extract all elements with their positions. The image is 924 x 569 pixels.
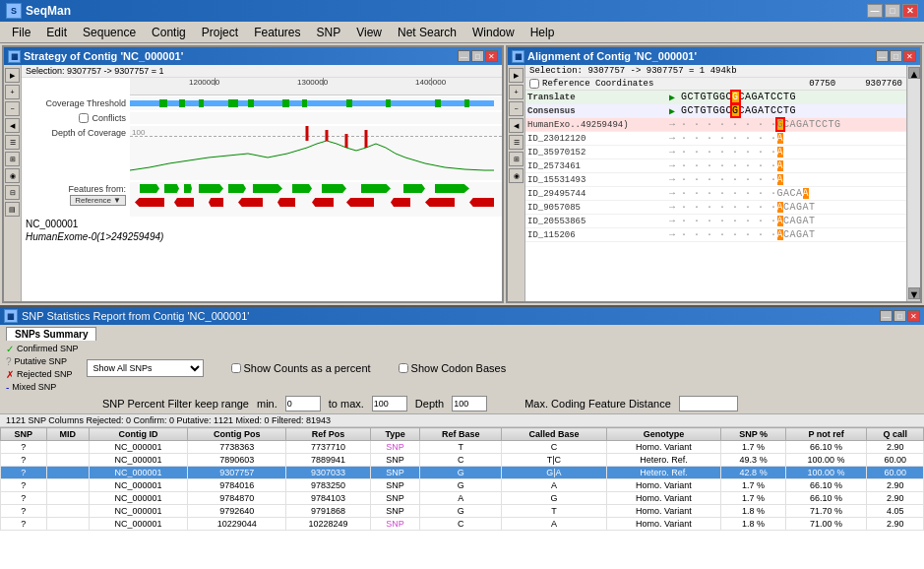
menu-help[interactable]: Help	[523, 24, 563, 41]
id2-base: A	[777, 147, 784, 158]
legend-mixed-label: Mixed SNP	[12, 381, 56, 394]
toolbar-btn-1[interactable]: ▶	[5, 68, 20, 83]
table-row[interactable]: ?NC_00000197848709784103SNPAGHomo. Varia…	[1, 492, 924, 505]
show-counts-label: Show Counts as a percent	[244, 362, 371, 374]
show-counts-row: Show Counts as a percent	[231, 362, 371, 374]
menu-file[interactable]: File	[4, 24, 38, 41]
snp-maximize[interactable]: □	[893, 310, 906, 322]
menu-sequence[interactable]: Sequence	[75, 24, 144, 41]
toolbar-btn-6[interactable]: ⊞	[5, 152, 20, 166]
cell-contig-id: NC_000001	[89, 505, 188, 518]
align-tb-4[interactable]: ◀	[509, 118, 524, 133]
feat-arrow-3	[184, 184, 192, 193]
snp-filter-dropdown[interactable]: Show All SNPs Show Confirmed SNPs Show P…	[87, 359, 204, 377]
scroll-down-btn[interactable]: ▼	[908, 287, 920, 299]
table-row[interactable]: ?NC_0000011022904410228249SNPCAHomo. Var…	[1, 518, 924, 531]
consensus-highlighted: G	[732, 105, 739, 116]
snp-close[interactable]: ✕	[907, 310, 920, 322]
cell-snp: ?	[1, 479, 47, 492]
close-button[interactable]: ✕	[902, 4, 918, 18]
id4-name: ID_15531493	[525, 175, 663, 185]
show-codon-checkbox[interactable]	[399, 363, 408, 373]
col-contig-id: Contig ID	[89, 428, 188, 441]
menu-project[interactable]: Project	[194, 24, 246, 41]
ref-coords-row: Reference Coordinates 07750 9307760	[525, 78, 906, 91]
col-genotype: Genotype	[606, 428, 721, 441]
table-row[interactable]: ?NC_00000193077579307033SNPGG|AHetero. R…	[1, 467, 924, 479]
toolbar-btn-7[interactable]: ◉	[5, 168, 20, 183]
show-codon-label: Show Codon Bases	[411, 362, 507, 374]
menu-net-search[interactable]: Net Search	[390, 24, 464, 41]
feat-arrow-5	[228, 184, 246, 193]
cell-q-call: 60.00	[867, 467, 924, 479]
cell-contig-pos: 9784870	[188, 492, 286, 505]
alignment-maximize[interactable]: □	[890, 50, 902, 62]
feat-arrow-rev-5	[277, 198, 295, 207]
scroll-up-btn[interactable]: ▲	[908, 67, 920, 79]
consensus-name: Consensus	[525, 106, 663, 116]
col-mid: MID	[46, 428, 89, 441]
cell-contig-id: NC_000001	[89, 467, 188, 479]
alignment-minimize[interactable]: —	[876, 50, 889, 62]
cov-green-5	[248, 99, 254, 107]
minimize-button[interactable]: —	[867, 4, 883, 18]
max-input[interactable]	[372, 396, 407, 411]
toolbar-btn-2[interactable]: +	[5, 85, 20, 99]
max-coding-input[interactable]	[679, 396, 738, 411]
snp-summary-row: 1121 SNP Columns Rejected: 0 Confirm: 0 …	[0, 414, 924, 427]
toolbar-btn-3[interactable]: −	[5, 101, 20, 116]
depth-input[interactable]	[452, 396, 487, 411]
toolbar-btn-8[interactable]: ⊟	[5, 185, 20, 200]
align-tb-1[interactable]: ▶	[509, 68, 524, 83]
maximize-button[interactable]: □	[885, 4, 900, 18]
min-input[interactable]	[285, 396, 321, 411]
conflicts-checkbox[interactable]	[79, 113, 89, 123]
table-row[interactable]: ?NC_00000197840169783250SNPGAHomo. Varia…	[1, 479, 924, 492]
cell-snp: ?	[1, 492, 47, 505]
align-tb-7[interactable]: ◉	[509, 168, 524, 183]
cell-called-base: A	[502, 479, 606, 492]
strategy-main-view: Selection: 9307757 -> 9307757 = 1 120000…	[22, 65, 502, 301]
cell-ref-pos: 7889941	[286, 454, 371, 467]
menu-edit[interactable]: Edit	[38, 24, 75, 41]
align-tb-3[interactable]: −	[509, 101, 524, 116]
tick-1	[215, 78, 216, 86]
cell-mid	[46, 518, 89, 531]
table-row[interactable]: ?NC_00000197926409791868SNPGTHomo. Varia…	[1, 505, 924, 518]
cell-mid	[46, 441, 89, 454]
legend-rejected-icon: ✗	[6, 368, 14, 381]
id5-seq: · · · · · · · ·GACAA	[681, 188, 906, 199]
toolbar-btn-9[interactable]: ▤	[5, 202, 20, 217]
features-reference-btn[interactable]: Reference ▼	[70, 195, 126, 206]
menu-view[interactable]: View	[348, 24, 390, 41]
toolbar-btn-4[interactable]: ◀	[5, 118, 20, 133]
strategy-close[interactable]: ✕	[485, 50, 498, 62]
toolbar-btn-5[interactable]: ☰	[5, 135, 20, 150]
menu-contig[interactable]: Contig	[144, 24, 194, 41]
alignment-scrollbar[interactable]: ▲ ▼	[906, 65, 920, 301]
show-counts-checkbox[interactable]	[231, 363, 241, 373]
cell-type: SNP	[371, 454, 420, 467]
snp-minimize[interactable]: —	[880, 310, 893, 322]
menu-window[interactable]: Window	[464, 24, 523, 41]
table-row[interactable]: ?NC_00000178906037889941SNPCT|CHetero. R…	[1, 454, 924, 467]
cell-genotype: Homo. Variant	[606, 441, 721, 454]
align-tb-5[interactable]: ☰	[509, 135, 524, 150]
align-tb-2[interactable]: +	[509, 85, 524, 99]
alignment-close[interactable]: ✕	[903, 50, 916, 62]
strategy-minimize[interactable]: —	[458, 50, 470, 62]
menu-features[interactable]: Features	[246, 24, 308, 41]
strategy-maximize[interactable]: □	[471, 50, 484, 62]
snp-tab-summary[interactable]: SNPs Summary	[6, 327, 96, 341]
align-row-consensus: Consensus ▶ GCTGTGGCGCAGATCCTG	[525, 104, 906, 118]
feat-arrow-rev-4	[238, 198, 263, 207]
ref-coords-checkbox[interactable]	[529, 79, 539, 89]
cell-called-base: T|C	[502, 454, 606, 467]
strategy-selection: Selection: 9307757 -> 9307757 = 1	[22, 65, 502, 78]
align-tb-6[interactable]: ⊞	[509, 152, 524, 166]
id5-arrow: →	[663, 188, 681, 199]
snp-table-wrapper[interactable]: SNP MID Contig ID Contig Pos Ref Pos Typ…	[0, 427, 924, 569]
cell-snp: ?	[1, 518, 47, 531]
menu-snp[interactable]: SNP	[308, 24, 348, 41]
table-row[interactable]: ?NC_00000177383637737710SNPTCHomo. Varia…	[1, 441, 924, 454]
